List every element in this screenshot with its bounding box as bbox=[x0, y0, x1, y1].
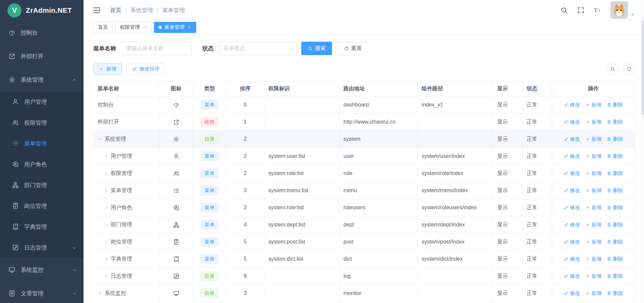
sidebar-item-dict-book[interactable]: 字典管理 bbox=[0, 216, 84, 237]
edit-row-button[interactable]: 修改 bbox=[564, 239, 580, 245]
edit-row-button[interactable]: 修改 bbox=[564, 256, 580, 262]
tab-0[interactable]: 首页 bbox=[93, 22, 113, 33]
delete-row-button[interactable]: 删除 bbox=[607, 239, 623, 245]
fullscreen-icon[interactable] bbox=[577, 6, 585, 14]
tab-close-icon[interactable] bbox=[143, 25, 147, 30]
menu-name-input[interactable] bbox=[121, 42, 192, 55]
edit-row-button[interactable]: 修改 bbox=[564, 222, 580, 228]
scrollbar[interactable] bbox=[641, 0, 644, 303]
add-row-button[interactable]: 新增 bbox=[585, 222, 602, 228]
row-expand-icon[interactable] bbox=[104, 257, 109, 262]
sidebar-item-user[interactable]: 用户管理 bbox=[0, 91, 84, 112]
breadcrumb-item[interactable]: 首页 bbox=[110, 6, 121, 14]
type-tag: 菜单 bbox=[201, 220, 219, 229]
sidebar-item-menu-list[interactable]: 菜单管理 bbox=[0, 133, 84, 154]
main-content: 首页/系统管理/菜单管理 TT bbox=[84, 0, 644, 303]
row-expand-icon[interactable] bbox=[104, 274, 109, 279]
add-row-button[interactable]: 新增 bbox=[585, 273, 602, 279]
delete-row-button[interactable]: 删除 bbox=[607, 153, 623, 160]
row-expand-icon[interactable] bbox=[98, 137, 103, 142]
sidebar-item-label: 菜单管理 bbox=[24, 140, 47, 147]
edit-row-button[interactable]: 修改 bbox=[564, 136, 580, 142]
table-refresh-button[interactable] bbox=[623, 63, 635, 75]
sidebar-item-gear[interactable]: 系统管理 bbox=[0, 68, 84, 91]
sidebar-item-monitor[interactable]: 系统监控 bbox=[0, 258, 84, 282]
sidebar-item-role[interactable]: 用户角色 bbox=[0, 154, 84, 175]
cell-type: 菜单 bbox=[193, 182, 226, 199]
delete-row-button[interactable]: 删除 bbox=[607, 136, 623, 142]
add-row-button[interactable]: 新增 bbox=[585, 239, 602, 245]
cell-status: 正常 bbox=[523, 148, 552, 165]
sidebar-item-dept-tree[interactable]: 部门管理 bbox=[0, 175, 84, 196]
add-row-button[interactable]: 新增 bbox=[585, 153, 602, 160]
delete-row-button[interactable]: 删除 bbox=[607, 205, 623, 211]
delete-row-button[interactable]: 删除 bbox=[607, 222, 623, 228]
tab-close-icon[interactable] bbox=[187, 25, 192, 30]
delete-row-button[interactable]: 删除 bbox=[607, 102, 623, 108]
status-select[interactable]: 菜单状态 bbox=[219, 42, 298, 55]
user-avatar[interactable] bbox=[610, 1, 628, 19]
sort-button[interactable]: 修改排序 bbox=[126, 63, 165, 75]
column-header: 状态 bbox=[523, 82, 552, 96]
add-row-button[interactable]: 新增 bbox=[585, 205, 602, 211]
add-row-button[interactable]: 新增 bbox=[585, 256, 602, 262]
row-expand-icon[interactable] bbox=[98, 291, 103, 296]
row-expand-icon[interactable] bbox=[104, 240, 109, 245]
sidebar-item-article[interactable]: 文章管理 bbox=[0, 282, 84, 303]
type-tag: 菜单 bbox=[201, 152, 219, 161]
row-expand-icon[interactable] bbox=[104, 154, 109, 159]
font-size-icon[interactable]: TT bbox=[594, 6, 601, 14]
edit-row-button[interactable]: 修改 bbox=[564, 290, 580, 297]
breadcrumb-item[interactable]: 菜单管理 bbox=[162, 6, 185, 14]
delete-row-button[interactable]: 删除 bbox=[607, 290, 623, 297]
delete-row-button[interactable]: 删除 bbox=[607, 273, 623, 279]
row-name: 岗位管理 bbox=[111, 239, 132, 246]
edit-row-button[interactable]: 修改 bbox=[564, 102, 580, 108]
app-logo[interactable]: V ZrAdmin.NET bbox=[0, 0, 84, 21]
sidebar-item-dashboard[interactable]: 控制台 bbox=[0, 21, 84, 44]
sidebar-toggle-icon[interactable] bbox=[93, 6, 101, 14]
add-row-button[interactable]: 新增 bbox=[585, 187, 602, 194]
sidebar-item-users[interactable]: 权限管理 bbox=[0, 112, 84, 133]
scrollbar-thumb[interactable] bbox=[642, 21, 644, 115]
add-row-button[interactable]: 新增 bbox=[585, 170, 602, 177]
cell-visible: 显示 bbox=[493, 216, 523, 233]
sidebar-item-post-badge[interactable]: 岗位管理 bbox=[0, 196, 84, 216]
edit-row-button[interactable]: 修改 bbox=[564, 273, 580, 279]
add-row-button[interactable]: 新增 bbox=[585, 102, 602, 108]
row-expand-icon[interactable] bbox=[104, 222, 109, 227]
cell-path: dept bbox=[339, 216, 418, 233]
delete-row-button[interactable]: 删除 bbox=[607, 170, 623, 177]
type-tag: 链接 bbox=[201, 117, 219, 127]
sidebar-item-external-link[interactable]: 外部打开 bbox=[0, 44, 84, 68]
edit-row-button[interactable]: 修改 bbox=[564, 153, 580, 160]
add-row-button[interactable]: 新增 bbox=[585, 119, 602, 125]
search-icon[interactable] bbox=[560, 6, 568, 14]
delete-row-button[interactable]: 删除 bbox=[607, 256, 623, 262]
edit-row-button[interactable]: 修改 bbox=[564, 205, 580, 211]
edit-row-button[interactable]: 修改 bbox=[564, 187, 580, 194]
tab-1[interactable]: 权限管理 bbox=[115, 22, 152, 33]
users-icon bbox=[173, 170, 179, 177]
row-expand-icon[interactable] bbox=[104, 188, 109, 193]
table-row: 系统管理目录2system显示正常修改新增删除 bbox=[94, 131, 635, 148]
edit-row-button[interactable]: 修改 bbox=[564, 119, 580, 125]
caret-down-icon[interactable] bbox=[630, 12, 635, 17]
row-expand-icon[interactable] bbox=[104, 171, 109, 176]
add-row-button[interactable]: 新增 bbox=[585, 290, 602, 297]
add-button[interactable]: 新增 bbox=[93, 63, 122, 75]
sidebar-item-label: 系统监控 bbox=[21, 266, 44, 274]
search-button[interactable]: 搜索 bbox=[301, 42, 332, 55]
sidebar-item-log-edit[interactable]: 日志管理 bbox=[0, 237, 84, 258]
row-expand-icon[interactable] bbox=[104, 205, 109, 210]
tab-2[interactable]: 菜单管理 bbox=[154, 22, 196, 33]
edit-row-button[interactable]: 修改 bbox=[564, 170, 580, 177]
cell-icon bbox=[160, 114, 193, 131]
breadcrumb-item[interactable]: 系统管理 bbox=[130, 6, 153, 14]
delete-row-button[interactable]: 删除 bbox=[607, 187, 623, 194]
table-search-button[interactable] bbox=[607, 63, 618, 75]
delete-row-button[interactable]: 删除 bbox=[607, 119, 623, 125]
add-row-button[interactable]: 新增 bbox=[585, 136, 602, 142]
cell-name: 权限管理 bbox=[94, 165, 160, 182]
reset-button[interactable]: 重置 bbox=[337, 42, 368, 55]
